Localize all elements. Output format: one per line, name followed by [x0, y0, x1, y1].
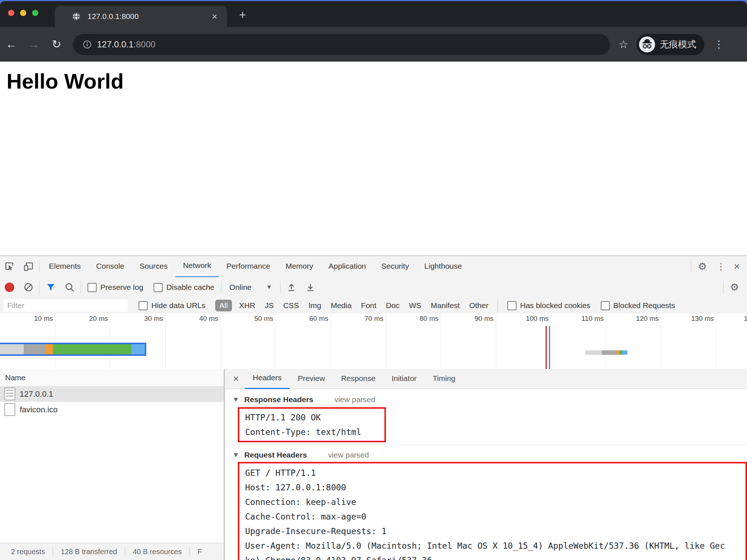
details-tab-timing[interactable]: Timing [425, 369, 463, 388]
url-bar[interactable]: 127.0.0.1:8000 [73, 34, 610, 55]
event-line-load [546, 326, 547, 369]
reload-icon[interactable]: ↻ [45, 38, 68, 51]
devtools-tab-lighthouse[interactable]: Lighthouse [417, 256, 469, 276]
checkbox-icon[interactable] [154, 283, 163, 292]
throttling-select[interactable]: Online ▼ [229, 283, 272, 292]
disable-cache-checkbox[interactable]: Disable cache [154, 283, 214, 292]
name-column-header[interactable]: Name [0, 369, 224, 386]
header-line: Host: 127.0.0.1:8000 [239, 480, 746, 495]
devtools-tab-memory[interactable]: Memory [278, 256, 321, 276]
filter-input[interactable] [4, 299, 128, 312]
details-tab-response[interactable]: Response [333, 369, 384, 388]
device-toolbar-icon[interactable] [19, 261, 38, 272]
type-filter-doc[interactable]: Doc [384, 300, 402, 311]
timeline-tick-label: 50 ms [222, 315, 273, 324]
checkbox-icon[interactable] [601, 301, 610, 310]
devtools-tab-security[interactable]: Security [374, 256, 417, 276]
view-parsed-link[interactable]: view parsed [328, 451, 369, 459]
header-line: ko) Chrome/83.0.4103.97 Safari/537.36 [239, 553, 746, 560]
divider [225, 445, 747, 445]
close-icon[interactable]: × [225, 373, 245, 385]
table-row-127-0-0-1[interactable]: 127.0.0.1 [0, 386, 224, 402]
timeline-tick-label: 60 ms [277, 315, 328, 324]
details-tab-initiator[interactable]: Initiator [383, 369, 425, 388]
forward-icon[interactable]: → [23, 38, 45, 51]
table-row-favicon-ico[interactable]: favicon.ico [0, 402, 224, 417]
minimize-window-button[interactable] [20, 10, 26, 16]
waterfall-bar-127-0-0-1[interactable] [0, 343, 146, 356]
browser-tab[interactable]: 127.0.0.1:8000 × [55, 6, 227, 27]
waterfall-segment-queueing [0, 344, 24, 354]
devtools-tab-performance[interactable]: Performance [219, 256, 278, 276]
type-filter-font[interactable]: Font [359, 300, 379, 311]
type-filter-css[interactable]: CSS [281, 300, 301, 311]
type-filter-js[interactable]: JS [263, 300, 276, 311]
waterfall-segment-stalled [24, 344, 45, 354]
gear-icon[interactable]: ⚙ [725, 281, 747, 293]
details-tab-headers[interactable]: Headers [245, 369, 290, 389]
header-line: Connection: keep-alive [239, 495, 746, 509]
type-filter-img[interactable]: Img [306, 300, 324, 311]
timeline-tick-label: 100 ms [498, 315, 549, 324]
star-icon[interactable]: ☆ [619, 38, 628, 51]
type-filter-manifest[interactable]: Manifest [429, 300, 462, 311]
type-filter-other[interactable]: Other [467, 300, 491, 311]
close-icon[interactable]: × [730, 261, 747, 272]
type-filter-xhr[interactable]: XHR [237, 300, 258, 311]
timeline-tick-label: 30 ms [112, 315, 163, 324]
request-headers-title: Request Headers [244, 451, 307, 459]
devtools-tab-sources[interactable]: Sources [132, 256, 175, 276]
type-filter-ws[interactable]: WS [407, 300, 423, 311]
request-table: Name 127.0.0.1favicon.ico 2 requests128 … [0, 369, 224, 560]
url-host: 127.0.0.1 [97, 39, 133, 50]
response-headers-section-header[interactable]: ▼ Response Headers view parsed [232, 394, 375, 405]
close-window-button[interactable] [8, 10, 14, 16]
search-icon[interactable] [60, 282, 79, 292]
checkbox-icon[interactable] [139, 301, 148, 310]
has-blocked-cookies-checkbox[interactable]: Has blocked cookies [507, 301, 591, 310]
checkbox-icon[interactable] [507, 301, 516, 310]
new-tab-button[interactable]: + [239, 8, 246, 22]
waterfall-segment-content-download [131, 344, 145, 354]
record-icon[interactable] [5, 283, 14, 292]
disable-cache-label: Disable cache [166, 283, 214, 292]
checkbox-icon[interactable] [88, 283, 97, 292]
preserve-log-checkbox[interactable]: Preserve log [88, 283, 143, 292]
import-har-icon[interactable] [282, 282, 301, 292]
divider [39, 260, 40, 273]
inspect-element-icon[interactable] [0, 261, 19, 272]
network-overview-waterfall[interactable]: 10 ms20 ms30 ms40 ms50 ms60 ms70 ms80 ms… [0, 314, 747, 369]
type-filter-all[interactable]: All [215, 300, 232, 311]
kebab-menu-icon[interactable]: ⋮ [714, 38, 724, 50]
blocked-requests-label: Blocked Requests [614, 301, 675, 310]
headers-content: ▼ Response Headers view parsed HTTP/1.1 … [225, 389, 747, 560]
gear-icon[interactable]: ⚙ [693, 261, 712, 272]
chevron-down-icon: ▼ [266, 284, 272, 291]
tab-close-icon[interactable]: × [212, 11, 217, 22]
document-icon [4, 388, 15, 400]
zoom-window-button[interactable] [32, 10, 38, 16]
devtools-tab-network[interactable]: Network [175, 256, 219, 278]
export-har-icon[interactable] [301, 282, 320, 292]
type-filter-media[interactable]: Media [329, 300, 354, 311]
blocked-requests-checkbox[interactable]: Blocked Requests [601, 301, 675, 310]
info-icon[interactable] [82, 40, 92, 49]
timeline-tick-label: 80 ms [387, 315, 438, 324]
triangle-down-icon[interactable]: ▼ [232, 396, 239, 404]
waterfall-segment-waiting-ttfb [619, 350, 622, 355]
devtools-tab-console[interactable]: Console [89, 256, 132, 276]
back-icon[interactable]: ← [0, 38, 23, 51]
hide-data-urls-checkbox[interactable]: Hide data URLs [139, 301, 205, 310]
triangle-down-icon[interactable]: ▼ [232, 451, 239, 459]
request-headers-section-header[interactable]: ▼ Request Headers view parsed [232, 450, 369, 460]
clear-icon[interactable] [19, 282, 38, 292]
filter-funnel-icon[interactable] [41, 283, 60, 292]
timeline-gridline [275, 314, 276, 369]
details-tabs: HeadersPreviewResponseInitiatorTiming [245, 369, 464, 389]
view-parsed-link[interactable]: view parsed [334, 395, 375, 404]
details-tab-preview[interactable]: Preview [290, 369, 333, 388]
devtools-tab-elements[interactable]: Elements [41, 256, 89, 276]
waterfall-bar-favicon-ico[interactable] [585, 350, 627, 355]
kebab-menu-icon[interactable]: ⋮ [712, 261, 730, 272]
devtools-tab-application[interactable]: Application [321, 256, 374, 276]
